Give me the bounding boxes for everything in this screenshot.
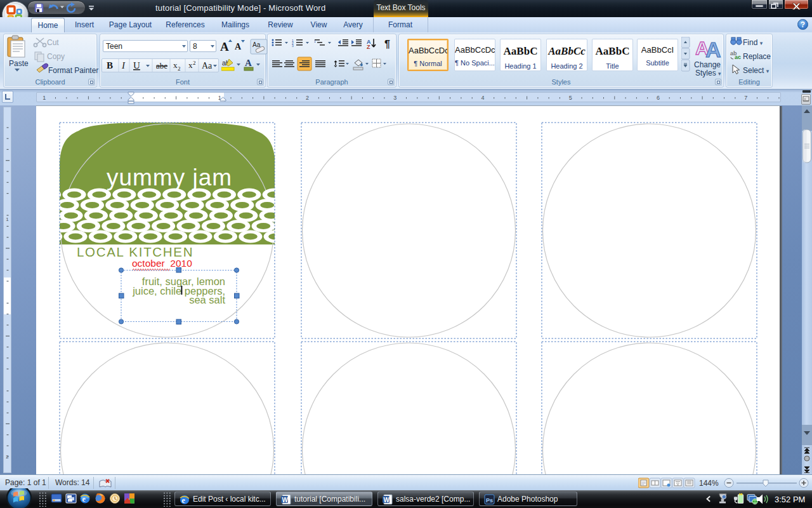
svg-text:Aa: Aa — [252, 41, 261, 48]
svg-text:4: 4 — [481, 95, 484, 101]
svg-text:1: 1 — [43, 95, 46, 101]
svg-text:W: W — [384, 497, 390, 504]
svg-text:sea salt: sea salt — [189, 294, 225, 305]
svg-text:5: 5 — [569, 95, 572, 101]
svg-text:A: A — [245, 58, 252, 68]
svg-text:2: 2 — [6, 454, 9, 460]
svg-text:I: I — [121, 60, 126, 70]
svg-text:U: U — [133, 60, 140, 70]
svg-text:Z: Z — [367, 44, 370, 50]
svg-text:x: x — [188, 60, 193, 70]
svg-text:1: 1 — [6, 217, 9, 222]
svg-text:B: B — [107, 60, 113, 70]
svg-text:2: 2 — [306, 95, 309, 101]
svg-text:144%: 144% — [699, 479, 719, 488]
svg-text:october 2010: october 2010 — [132, 258, 192, 269]
svg-text:2: 2 — [178, 65, 181, 72]
svg-text:7: 7 — [744, 95, 747, 101]
svg-text:Ps: Ps — [486, 497, 493, 504]
svg-text:2: 2 — [193, 60, 196, 66]
svg-text:Aa: Aa — [202, 61, 213, 70]
svg-text:A: A — [235, 42, 242, 51]
svg-text:3: 3 — [292, 44, 294, 48]
svg-text:abe: abe — [156, 61, 167, 70]
svg-text:LOCAL KITCHEN: LOCAL KITCHEN — [77, 244, 193, 259]
svg-text:A: A — [220, 40, 229, 53]
svg-text:ac: ac — [735, 54, 741, 60]
svg-text:A: A — [705, 37, 721, 60]
svg-text:x: x — [173, 60, 178, 70]
svg-text:¶: ¶ — [384, 39, 390, 50]
svg-text:yummy jam: yummy jam — [107, 164, 232, 190]
svg-text:W: W — [282, 497, 289, 504]
svg-text:6: 6 — [657, 95, 660, 101]
svg-text:3: 3 — [393, 95, 396, 101]
